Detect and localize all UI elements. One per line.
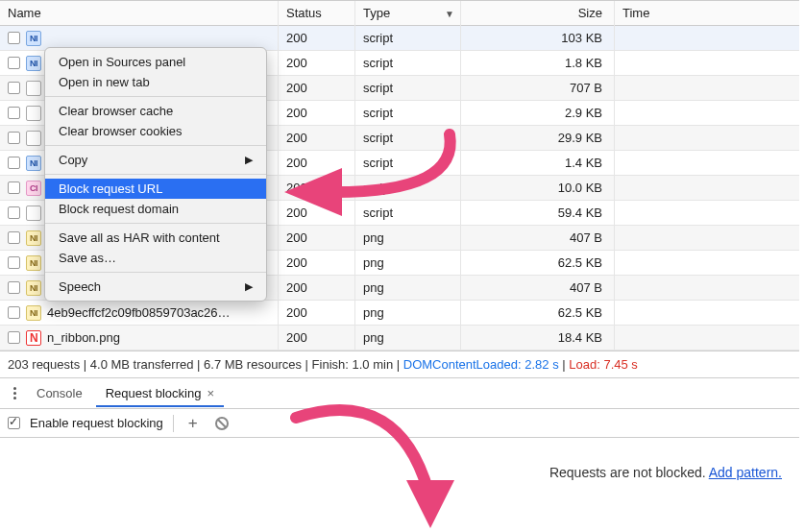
cell-type: script [355,201,461,226]
ctx-block-request-url[interactable]: Block request URL [45,179,266,199]
cell-time [615,226,799,251]
cell-type: png [355,276,461,301]
status-finish: Finish: 1.0 min [312,357,394,372]
column-header-name[interactable]: Name [0,1,279,26]
cell-size: 103 KB [461,26,615,51]
ctx-clear-cache[interactable]: Clear browser cache [45,101,266,121]
ctx-copy[interactable]: Copy▶ [45,150,266,170]
tab-close-icon[interactable]: × [207,386,214,400]
row-checkbox[interactable] [8,181,20,194]
column-header-type-label: Type [363,6,390,20]
ctx-separator [45,223,266,224]
add-pattern-link[interactable]: Add pattern. [709,465,782,480]
row-checkbox[interactable] [8,256,20,269]
ctx-clear-cookies[interactable]: Clear browser cookies [45,121,266,141]
cell-time [615,26,799,51]
enable-blocking-label: Enable request blocking [30,416,163,430]
file-type-icon [26,206,41,221]
tab-request-blocking[interactable]: Request blocking × [96,380,224,406]
ctx-open-sources[interactable]: Open in Sources panel [45,52,266,72]
cell-time [615,126,799,151]
cell-status: 200 [279,176,355,201]
cell-size: 1.4 KB [461,151,615,176]
row-checkbox[interactable] [8,157,20,169]
ctx-save-as[interactable]: Save as… [45,248,266,268]
file-type-icon: CI [26,181,41,196]
cell-size: 407 B [461,226,615,251]
cell-status: 200 [279,76,355,101]
tab-console[interactable]: Console [27,380,92,406]
cell-type: png [355,226,461,251]
file-type-icon: NI [26,230,41,246]
cell-status: 200 [279,101,355,126]
file-type-icon [26,131,41,146]
row-checkbox[interactable] [8,57,20,69]
file-type-icon: NI [26,31,41,46]
sort-desc-icon: ▼ [445,8,454,18]
column-header-status[interactable]: Status [279,1,355,26]
file-type-icon: N [26,330,41,346]
cell-name: NI4eb9ecffcf2c09fb0859703ac26… [0,301,279,326]
column-header-type[interactable]: Type▼ [355,1,461,26]
cell-size: 10.0 KB [461,176,615,201]
column-header-size[interactable]: Size [461,1,615,26]
row-checkbox[interactable] [8,206,20,219]
cell-type: png [355,251,461,276]
cell-time [615,51,799,76]
row-checkbox[interactable] [8,281,20,294]
drawer-tab-bar: Console Request blocking × [0,378,799,409]
submenu-arrow-icon: ▶ [245,154,253,166]
row-checkbox[interactable] [8,107,20,119]
add-pattern-button[interactable] [183,414,203,433]
clear-patterns-button[interactable] [212,414,232,433]
ctx-separator [45,272,266,273]
ctx-separator [45,174,266,175]
file-name: n_ribbon.png [47,330,120,345]
ctx-speech[interactable]: Speech▶ [45,277,266,297]
cell-status: 200 [279,276,355,301]
toolbar-separator [173,415,174,432]
cell-size: 2.9 KB [461,101,615,126]
cell-status: 200 [279,326,355,351]
cell-time [615,251,799,276]
column-header-time[interactable]: Time [615,1,799,26]
row-checkbox[interactable] [8,306,20,319]
cell-status: 200 [279,126,355,151]
cell-status: 200 [279,201,355,226]
cell-status: 200 [279,251,355,276]
cell-status: 200 [279,51,355,76]
cell-status: 200 [279,226,355,251]
ctx-block-request-domain[interactable]: Block request domain [45,199,266,219]
row-checkbox[interactable] [8,132,20,144]
file-type-icon [26,81,41,96]
file-name: 4eb9ecffcf2c09fb0859703ac26… [47,305,231,320]
file-type-icon: NI [26,56,41,71]
table-row[interactable]: Nn_ribbon.png200png18.4 KB [0,326,799,351]
ctx-save-har[interactable]: Save all as HAR with content [45,228,266,248]
enable-blocking-checkbox[interactable] [8,417,20,429]
ctx-separator [45,96,266,97]
row-checkbox[interactable] [8,82,20,94]
cell-size: 707 B [461,76,615,101]
row-checkbox[interactable] [8,231,20,244]
cell-type: script [355,151,461,176]
row-checkbox[interactable] [8,331,20,344]
status-requests: 203 requests [8,357,80,372]
ctx-open-new-tab[interactable]: Open in new tab [45,72,266,92]
blocking-toolbar: Enable request blocking [0,409,799,438]
cell-type: png [355,326,461,351]
cell-status: 200 [279,301,355,326]
cell-status: 200 [279,26,355,51]
cell-size: 59.4 KB [461,201,615,226]
cell-time [615,151,799,176]
status-domcontentloaded: DOMContentLoaded: 2.82 s [403,357,559,372]
table-row[interactable]: NI4eb9ecffcf2c09fb0859703ac26…200png62.5… [0,301,799,326]
status-transferred: 4.0 MB transferred [90,357,194,372]
cell-size: 1.8 KB [461,51,615,76]
tab-request-blocking-label: Request blocking [106,386,202,400]
cell-size: 407 B [461,276,615,301]
network-status-bar: 203 requests | 4.0 MB transferred | 6.7 … [0,351,799,378]
drawer-menu-icon[interactable] [6,387,23,399]
cell-time [615,301,799,326]
row-checkbox[interactable] [8,32,20,44]
